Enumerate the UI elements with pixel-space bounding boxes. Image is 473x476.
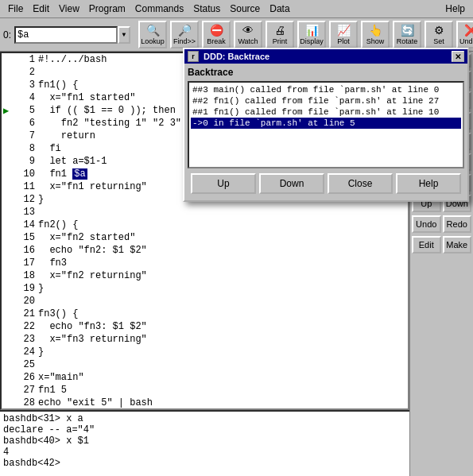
popup-down-button[interactable]: Down	[259, 173, 324, 194]
line-content: echo "fn3: $1 $2"	[38, 321, 406, 332]
line-number: 23	[16, 334, 35, 345]
backtrace-popup: r DDD: Backtrace ✕ Backtrace ##3 main() …	[183, 48, 469, 202]
print-button[interactable]: 🖨 Print	[266, 21, 294, 48]
popup-help-button[interactable]: Help	[396, 173, 461, 194]
current-line-arrow	[3, 334, 16, 345]
find-button[interactable]: 🔎 Find>>	[170, 21, 199, 48]
edit-button[interactable]: Edit	[412, 236, 441, 253]
print-icon: 🖨	[274, 24, 285, 37]
code-line: 26x="main"	[2, 371, 408, 384]
line-number: 2	[16, 67, 35, 78]
line-number: 22	[16, 321, 35, 332]
current-line-arrow	[3, 118, 16, 129]
backtrace-item[interactable]: ##3 main() called from file `parm.sh' at…	[191, 84, 461, 95]
current-line-arrow	[3, 372, 16, 383]
console-output[interactable]: bashdb<31> x adeclare -- a="4"bashdb<40>…	[0, 410, 409, 476]
menu-data[interactable]: Data	[265, 2, 294, 16]
popup-up-button[interactable]: Up	[191, 173, 256, 194]
combo-label: 0:	[3, 29, 11, 41]
code-line: 21fn3() {	[2, 308, 408, 320]
line-content: fn3	[38, 257, 406, 269]
menu-edit[interactable]: Edit	[28, 2, 54, 16]
find-icon: 🔎	[178, 24, 192, 37]
code-line: 22 echo "fn3: $1 $2"	[2, 320, 408, 333]
code-line: 16 echo "fn2: $1 $2"	[2, 244, 408, 257]
line-number: 21	[16, 308, 35, 319]
current-line-arrow	[3, 130, 16, 141]
line-content: }	[38, 346, 406, 358]
popup-buttons: Up Down Close Help	[188, 168, 464, 197]
undisp-button[interactable]: ❌ Undisp	[456, 21, 473, 48]
backtrace-item[interactable]: ##2 fn1() called from file `parm.sh' at …	[191, 95, 461, 106]
break-icon: ⛔	[210, 24, 223, 37]
menu-status[interactable]: Status	[188, 2, 225, 16]
current-line-arrow	[3, 79, 16, 91]
menu-help[interactable]: Help	[440, 2, 470, 16]
line-number: 27	[16, 385, 35, 396]
plot-button[interactable]: 📈 Plot	[329, 21, 358, 48]
popup-close-button2[interactable]: Close	[328, 173, 393, 194]
code-line: 27fn1 5	[2, 384, 408, 397]
code-line: 17 fn3	[2, 257, 408, 269]
current-line-arrow	[3, 143, 16, 154]
menu-file[interactable]: File	[3, 2, 28, 16]
current-line-arrow	[3, 385, 16, 396]
current-line-arrow	[3, 168, 16, 180]
expression-input[interactable]	[14, 26, 118, 44]
set-button[interactable]: ⚙ Set	[425, 21, 453, 48]
line-content: fn1 5	[38, 385, 406, 396]
menu-commands[interactable]: Commands	[130, 2, 188, 16]
menu-view[interactable]: View	[54, 2, 84, 16]
set-icon: ⚙	[434, 24, 444, 37]
line-number: 7	[16, 130, 35, 141]
line-number: 9	[16, 156, 35, 167]
code-line: 23 x="fn3 returning"	[2, 333, 408, 346]
rotate-icon: 🔄	[401, 24, 414, 37]
console-line: bashdb<31> x a	[3, 413, 406, 424]
line-number: 4	[16, 92, 35, 103]
show-button[interactable]: 👆 Show	[361, 21, 390, 48]
combo-dropdown-arrow[interactable]: ▼	[118, 26, 130, 44]
line-number: 1	[16, 54, 35, 65]
code-line: 14fn2() {	[2, 219, 408, 231]
display-button[interactable]: 📊 Display	[297, 21, 326, 48]
line-content: echo "exit 5" | bash	[38, 397, 406, 408]
backtrace-item[interactable]: ##1 fn1() called from file `parm.sh' at …	[191, 106, 461, 118]
code-line: 29exit 0	[2, 409, 408, 410]
menu-source[interactable]: Source	[225, 2, 265, 16]
redo-button[interactable]: Redo	[443, 215, 472, 233]
current-line-arrow	[3, 296, 16, 307]
backtrace-item[interactable]: ->0 in file `parm.sh' at line 5	[191, 118, 461, 129]
popup-close-button[interactable]: ✕	[452, 51, 464, 62]
current-line-arrow	[3, 257, 16, 269]
current-line-arrow	[3, 181, 16, 192]
line-number: 25	[16, 359, 35, 370]
line-number: 10	[16, 168, 35, 180]
current-line-arrow	[3, 321, 16, 332]
line-number: 8	[16, 143, 35, 154]
line-number: 16	[16, 245, 35, 256]
lookup-icon: 🔍	[146, 24, 160, 37]
watch-button[interactable]: 👁 Watch	[234, 21, 262, 48]
menu-program[interactable]: Program	[84, 2, 130, 16]
popup-content: Backtrace ##3 main() called from file `p…	[184, 64, 467, 200]
line-number: 28	[16, 397, 35, 408]
display-icon: 📊	[305, 24, 319, 37]
line-number: 14	[16, 219, 35, 230]
current-line-arrow	[3, 283, 16, 294]
current-line-arrow	[3, 194, 16, 205]
lookup-button[interactable]: 🔍 Lookup	[138, 21, 167, 48]
console-line: 4	[3, 447, 406, 458]
line-content: x="fn2 returning"	[38, 270, 406, 281]
break-button[interactable]: ⛔ Break	[202, 21, 231, 48]
line-number: 13	[16, 207, 35, 218]
current-line-arrow	[3, 270, 16, 281]
current-line-arrow	[3, 67, 16, 78]
backtrace-list[interactable]: ##3 main() called from file `parm.sh' at…	[188, 81, 464, 168]
make-button[interactable]: Make	[443, 236, 472, 253]
current-line-arrow	[3, 156, 16, 167]
popup-titlebar: r DDD: Backtrace ✕	[184, 49, 467, 64]
rotate-button[interactable]: 🔄 Rotate	[393, 21, 421, 48]
line-content: x="main"	[38, 372, 406, 383]
undo-button[interactable]: Undo	[412, 215, 441, 233]
